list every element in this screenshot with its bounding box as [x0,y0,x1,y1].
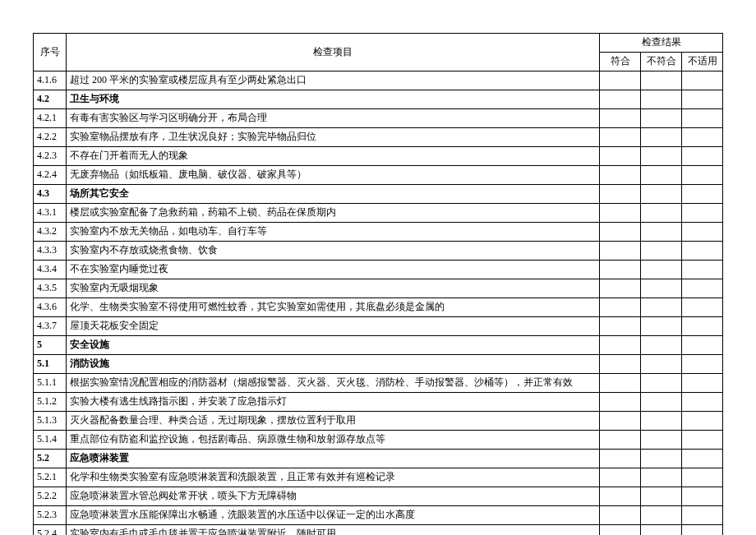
table-row: 4.2卫生与环境 [34,90,723,109]
result-cell [600,431,641,450]
table-row: 4.2.2实验室物品摆放有序，卫生状况良好；实验完毕物品归位 [34,128,723,147]
result-cell [600,223,641,242]
header-result-group: 检查结果 [600,34,723,53]
result-cell [641,298,682,317]
table-row: 5.1消防设施 [34,355,723,374]
table-header: 序号 检查项目 检查结果 符合 不符合 不适用 [34,34,723,71]
row-item: 实验室内无吸烟现象 [67,279,600,298]
result-cell [682,506,723,525]
table-row: 4.3.4不在实验室内睡觉过夜 [34,261,723,279]
table-row: 4.3.2实验室内不放无关物品，如电动车、自行车等 [34,223,723,242]
row-item: 应急喷淋装置水压能保障出水畅通，洗眼装置的水压适中以保证一定的出水高度 [67,506,600,525]
table-row: 4.2.4无废弃物品（如纸板箱、废电脑、破仪器、破家具等） [34,166,723,185]
header-num: 序号 [34,34,67,71]
row-num: 5 [34,336,67,355]
row-item: 灭火器配备数量合理、种类合适，无过期现象，摆放位置利于取用 [67,412,600,431]
row-num: 4.3.2 [34,223,67,242]
result-cell [641,109,682,128]
result-cell [641,450,682,468]
row-item: 消防设施 [67,355,600,374]
result-cell [641,336,682,355]
result-cell [600,147,641,166]
row-num: 4.3 [34,185,67,204]
result-cell [600,355,641,374]
result-cell [682,71,723,90]
result-cell [641,204,682,223]
row-num: 5.1.1 [34,374,67,393]
row-item: 场所其它安全 [67,185,600,204]
result-cell [641,468,682,487]
row-item: 化学和生物类实验室有应急喷淋装置和洗眼装置，且正常有效并有巡检记录 [67,468,600,487]
table-row: 4.3.5实验室内无吸烟现象 [34,279,723,298]
row-num: 4.3.4 [34,261,67,279]
row-item: 应急喷淋装置水管总阀处常开状，喷头下方无障碍物 [67,487,600,506]
result-cell [600,166,641,185]
result-cell [600,90,641,109]
result-cell [682,412,723,431]
table-row: 5.1.4重点部位有防盗和监控设施，包括剧毒品、病原微生物和放射源存放点等 [34,431,723,450]
table-row: 4.1.6超过 200 平米的实验室或楼层应具有至少两处紧急出口 [34,71,723,90]
row-num: 4.3.3 [34,242,67,261]
result-cell [682,487,723,506]
row-num: 4.2 [34,90,67,109]
row-num: 4.3.7 [34,317,67,336]
result-cell [682,185,723,204]
row-num: 4.3.1 [34,204,67,223]
row-num: 4.1.6 [34,71,67,90]
result-cell [600,261,641,279]
result-cell [600,298,641,317]
table-row: 4.3.3实验室内不存放或烧煮食物、饮食 [34,242,723,261]
result-cell [682,242,723,261]
row-item: 超过 200 平米的实验室或楼层应具有至少两处紧急出口 [67,71,600,90]
result-cell [600,487,641,506]
result-cell [641,393,682,412]
result-cell [600,109,641,128]
row-item: 无废弃物品（如纸板箱、废电脑、破仪器、破家具等） [67,166,600,185]
row-num: 4.2.2 [34,128,67,147]
table-body: 4.1.6超过 200 平米的实验室或楼层应具有至少两处紧急出口4.2卫生与环境… [34,71,723,536]
table-row: 5.1.2实验大楼有逃生线路指示图，并安装了应急指示灯 [34,393,723,412]
header-na: 不适用 [682,53,723,71]
row-item: 不存在门开着而无人的现象 [67,147,600,166]
result-cell [641,506,682,525]
table-row: 4.3.7屋顶天花板安全固定 [34,317,723,336]
result-cell [641,242,682,261]
result-cell [641,128,682,147]
result-cell [682,355,723,374]
result-cell [600,242,641,261]
result-cell [600,71,641,90]
result-cell [600,468,641,487]
row-item: 安全设施 [67,336,600,355]
result-cell [600,279,641,298]
row-num: 5.2.1 [34,468,67,487]
table-row: 4.3.1楼层或实验室配备了急救药箱，药箱不上锁、药品在保质期内 [34,204,723,223]
result-cell [641,355,682,374]
result-cell [641,147,682,166]
result-cell [682,128,723,147]
row-item: 实验室内不放无关物品，如电动车、自行车等 [67,223,600,242]
row-num: 5.1.3 [34,412,67,431]
result-cell [641,223,682,242]
result-cell [682,166,723,185]
result-cell [641,525,682,536]
row-num: 5.2.3 [34,506,67,525]
result-cell [641,166,682,185]
result-cell [682,147,723,166]
result-cell [682,317,723,336]
result-cell [600,317,641,336]
result-cell [641,431,682,450]
result-cell [641,261,682,279]
result-cell [682,298,723,317]
header-fail: 不符合 [641,53,682,71]
result-cell [600,204,641,223]
table-row: 5.1.1根据实验室情况配置相应的消防器材（烟感报警器、灭火器、灭火毯、消防栓、… [34,374,723,393]
row-num: 5.2.2 [34,487,67,506]
row-item: 卫生与环境 [67,90,600,109]
table-row: 5.2应急喷淋装置 [34,450,723,468]
result-cell [600,412,641,431]
row-num: 5.2.4 [34,525,67,536]
table-row: 4.2.1有毒有害实验区与学习区明确分开，布局合理 [34,109,723,128]
result-cell [641,317,682,336]
row-num: 4.2.4 [34,166,67,185]
row-num: 4.3.6 [34,298,67,317]
